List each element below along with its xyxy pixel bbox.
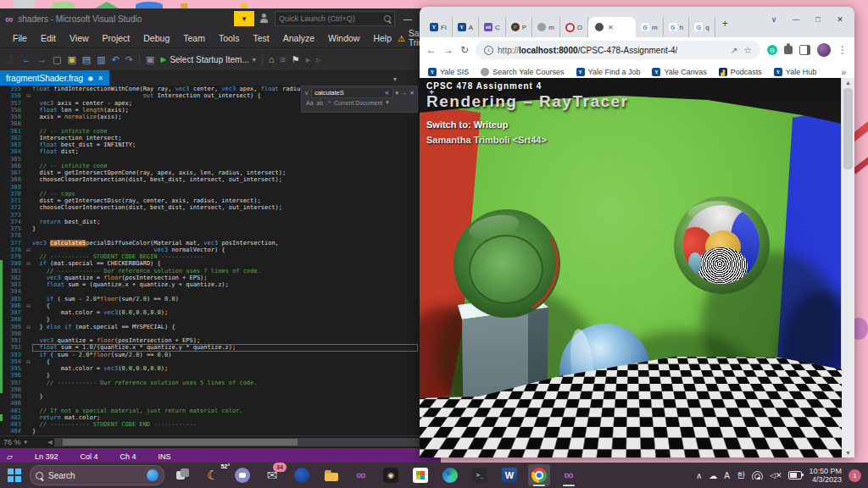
mail-app[interactable]: ✉34 — [261, 464, 283, 486]
editor-horizontal-scrollbar[interactable] — [54, 438, 432, 446]
bookmark-search-yale-courses[interactable]: Search Yale Courses — [481, 68, 564, 76]
code-line-383[interactable]: 383 float sum = (quantize.x + quantize.y… — [0, 281, 418, 288]
code-line-361[interactable]: 361 // -- infinite cone — [0, 128, 418, 135]
volume-muted-icon[interactable]: ◁✕ — [770, 471, 782, 480]
scroll-down-icon[interactable]: ▼ — [842, 450, 854, 456]
ime-icon[interactable]: 한 — [737, 469, 745, 481]
code-line-382[interactable]: 382 vec3 quantize = floor(posIntersectio… — [0, 274, 418, 281]
scrollbar-thumb[interactable] — [63, 439, 298, 446]
find-scope-dropdown[interactable]: Current Document — [334, 100, 382, 106]
code-line-385[interactable]: 385 if ( sum - 2.0*floor(sum/2.0) == 0.0… — [0, 296, 418, 302]
menu-project[interactable]: Project — [97, 31, 136, 45]
scrollbar-thumb[interactable] — [843, 88, 853, 169]
menu-analyze[interactable]: Analyze — [277, 31, 320, 45]
code-line-379[interactable]: 379 // ----------- STUDENT CODE BEGIN --… — [0, 253, 418, 260]
tab-2[interactable]: edC — [479, 17, 506, 37]
onedrive-icon[interactable]: ☁ — [709, 471, 717, 480]
task-view-button[interactable] — [172, 464, 194, 486]
tab-active-localhost[interactable]: ✕ — [588, 17, 636, 37]
code-line-378[interactable]: 378⊟ vec3 normalVector) { — [0, 247, 418, 253]
vs-title-bar[interactable]: ∞ shaders - Microsoft Visual Studio ▼ Qu… — [0, 8, 441, 29]
code-line-395[interactable]: 395 mat.color = vec3(0.0,0.0,0.0); — [0, 365, 418, 372]
microsoft-edge[interactable] — [439, 464, 461, 486]
code-line-363[interactable]: 363 float best_dist = INFINITY; — [0, 141, 418, 148]
whole-word-icon[interactable]: ab — [317, 100, 324, 106]
code-line-366[interactable]: 366 // -- infinite cone — [0, 163, 418, 169]
bookmark-star-icon[interactable]: ☆ — [743, 45, 752, 56]
visual-studio-running[interactable]: ∞ — [558, 464, 580, 486]
tab-list-dropdown-icon[interactable]: ▾ — [393, 75, 397, 83]
code-line-381[interactable]: 381 // ------------ Our reference soluti… — [0, 268, 418, 274]
taskbar-search[interactable]: Search — [30, 465, 164, 485]
zoom-level-dropdown[interactable]: 76 % ▾ — [0, 438, 46, 446]
code-line-390[interactable]: 390 — [0, 330, 418, 337]
find-close-icon[interactable]: ✕ — [409, 90, 415, 97]
code-line-392[interactable]: 392 float sum = 1.0/(quantize.x * quanti… — [0, 344, 418, 351]
visual-studio-pinned[interactable]: ∞ — [350, 464, 372, 486]
regex-icon[interactable]: .* — [326, 100, 331, 106]
fold-icon[interactable]: ⊟ — [25, 358, 32, 365]
bookmark-yale-find-a-job[interactable]: YYale Find a Job — [576, 68, 641, 76]
site-info-icon[interactable]: i — [484, 46, 493, 55]
toolbar-drag-handle[interactable]: ⋮ — [7, 55, 16, 64]
bookmark-podcasts[interactable]: ▟Podcasts — [719, 68, 762, 76]
wifi-icon[interactable] — [752, 471, 763, 480]
code-line-360[interactable]: 360 — [0, 120, 418, 127]
save-icon[interactable]: ▤ — [82, 55, 91, 64]
scroll-up-icon[interactable]: ▲ — [842, 80, 854, 86]
new-tab-button[interactable]: + — [715, 18, 735, 30]
tab-9[interactable]: Gq — [689, 17, 715, 37]
word-app[interactable]: W — [498, 464, 520, 486]
share-icon[interactable]: ↗ — [731, 46, 737, 55]
terminal-app[interactable]: >_ — [469, 464, 491, 486]
code-editor[interactable]: 355float findIntersectionWithCone(Ray ra… — [0, 86, 441, 435]
code-line-367[interactable]: 367 dist = getIntersectOpenCone(ray, ape… — [0, 169, 418, 176]
menu-tools[interactable]: Tools — [213, 31, 246, 45]
menu-team[interactable]: Team — [177, 31, 211, 45]
microsoft-store[interactable] — [409, 464, 431, 486]
code-line-388[interactable]: 388 } — [0, 316, 418, 323]
menu-view[interactable]: View — [64, 31, 95, 45]
code-line-403[interactable]: 403 // ----------- STUDENT CODE END ----… — [0, 421, 418, 428]
profile-chevron-icon[interactable]: ∨ — [763, 10, 785, 29]
select-startup-item-button[interactable]: ▶ Select Startup Item... ▾ — [160, 55, 255, 64]
profile-avatar[interactable] — [817, 43, 831, 57]
new-file-icon[interactable]: ▢ — [53, 55, 61, 64]
chrome-close-button[interactable]: ✕ — [829, 10, 851, 29]
match-case-icon[interactable]: Aa — [306, 100, 314, 106]
browser-scrollbar[interactable]: ▲ ▼ — [841, 78, 854, 458]
fold-icon[interactable]: ⊟ — [25, 247, 32, 253]
app-blue-circle[interactable] — [291, 464, 313, 486]
code-line-399[interactable]: 399 } — [0, 393, 418, 400]
notification-badge[interactable]: 1 — [849, 469, 861, 482]
chrome-menu-icon[interactable]: ⋮ — [837, 44, 848, 56]
hscroll-left-icon[interactable]: ◀ — [46, 439, 54, 446]
code-line-359[interactable]: 359 axis = normalize(axis); — [0, 114, 418, 120]
chrome-minimize-button[interactable]: — — [785, 10, 807, 29]
bookmark-yale-canvas[interactable]: YYale Canvas — [652, 68, 706, 76]
google-chrome[interactable] — [528, 464, 550, 486]
reload-icon[interactable]: ↻ — [460, 44, 469, 56]
code-line-400[interactable]: 400 — [0, 400, 418, 407]
language-icon[interactable]: A — [724, 471, 730, 480]
menu-edit[interactable]: Edit — [35, 31, 62, 45]
sync-icon[interactable]: ≡ — [280, 55, 285, 64]
code-line-364[interactable]: 364 float dist; — [0, 148, 418, 155]
code-line-386[interactable]: 386⊟ { — [0, 302, 418, 309]
code-line-362[interactable]: 362 Intersection intersect; — [0, 135, 418, 141]
writeup-link[interactable]: Writeup — [474, 119, 509, 130]
fold-icon[interactable]: ⊟ — [25, 302, 32, 309]
solution-icon[interactable]: ⌂ — [269, 55, 275, 64]
menu-file[interactable]: File — [7, 31, 33, 45]
code-line-374[interactable]: 374 return best_dist; — [0, 219, 418, 225]
code-line-368[interactable]: 368 chooseCloserIntersection(dist, best_… — [0, 176, 418, 183]
code-line-372[interactable]: 372 chooseCloserIntersection(dist, best_… — [0, 204, 418, 211]
start-button[interactable] — [7, 468, 22, 483]
navigate-back-icon[interactable]: ← — [22, 55, 31, 64]
navigate-forward-icon[interactable]: → — [37, 55, 47, 64]
weather-widget[interactable]: ☾52° — [202, 464, 224, 486]
bookmark-icon[interactable]: ⚑ — [292, 55, 300, 64]
redo-icon[interactable]: ↷ — [125, 55, 133, 64]
quick-launch-input[interactable]: Quick Launch (Ctrl+Q) — [275, 11, 395, 26]
menu-debug[interactable]: Debug — [137, 31, 175, 45]
